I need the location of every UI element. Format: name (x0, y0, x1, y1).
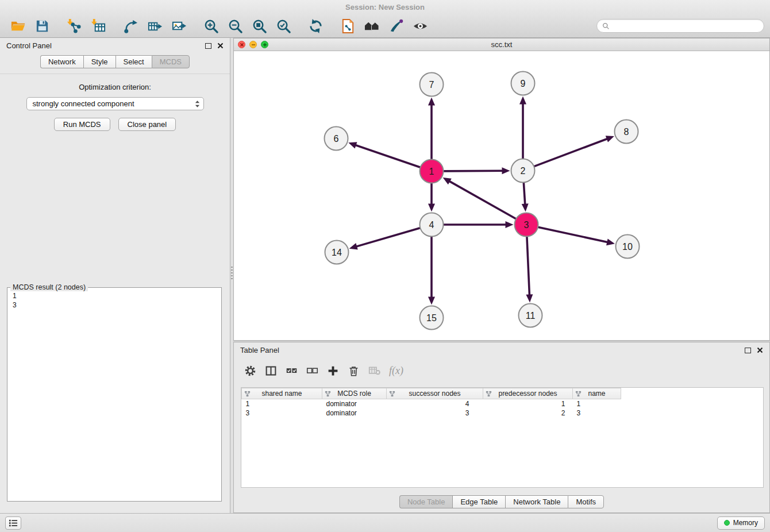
function-builder-button[interactable]: f(x) (389, 363, 403, 378)
graph-node-label: 10 (622, 242, 633, 252)
control-panel: Control Panel Network Style Select MCDS … (0, 38, 230, 513)
optimization-criterion-select[interactable]: strongly connected component (26, 97, 204, 110)
tab-style[interactable]: Style (83, 55, 116, 68)
graph-edge-2-3[interactable] (523, 183, 525, 205)
network-document-button[interactable] (336, 15, 360, 37)
graph-edge-arrowhead (606, 136, 614, 142)
graph-edge-3-10[interactable] (538, 228, 608, 242)
trash-icon (348, 365, 360, 377)
refresh-layout-button[interactable] (303, 15, 328, 37)
optimization-criterion-value: strongly connected component (33, 99, 134, 108)
graph-node-label: 7 (429, 80, 434, 90)
search-input[interactable] (613, 22, 759, 30)
tab-motifs[interactable]: Motifs (568, 495, 604, 508)
table-settings-button[interactable] (244, 363, 256, 378)
splitter-grip (231, 267, 233, 279)
column-header-successor-nodes[interactable]: successor nodes (387, 388, 483, 399)
float-panel-icon[interactable] (745, 348, 751, 353)
main-toolbar (0, 14, 770, 38)
delete-table-button[interactable] (368, 363, 380, 378)
graph-node-label: 6 (334, 134, 339, 144)
task-history-button[interactable] (5, 516, 21, 530)
import-table-icon (91, 18, 106, 34)
add-column-button[interactable] (327, 363, 339, 378)
tab-edge-table[interactable]: Edge Table (452, 495, 505, 508)
tab-mcds[interactable]: MCDS (152, 55, 190, 68)
split-columns-icon (265, 365, 277, 377)
float-panel-icon[interactable] (205, 43, 211, 49)
save-icon (34, 18, 50, 34)
mcds-result-value: 1 (7, 291, 221, 300)
graphics-details-button[interactable] (408, 15, 432, 37)
attribute-type-icon (486, 391, 492, 397)
table-row[interactable]: 1 dominator 4 1 1 (242, 399, 621, 409)
memory-status-dot (724, 520, 730, 526)
open-session-button[interactable] (6, 15, 30, 37)
delete-column-button[interactable] (348, 363, 360, 378)
table-row[interactable]: 3 dominator 3 2 3 (242, 408, 621, 418)
tab-network-table[interactable]: Network Table (505, 495, 568, 508)
zoom-fit-button[interactable] (247, 15, 271, 37)
graph-edge-1-2[interactable] (444, 171, 503, 171)
import-table-button[interactable] (86, 15, 110, 37)
toolbar-separator (328, 26, 336, 26)
mcds-result-title: MCDS result (2 nodes) (10, 283, 88, 291)
add-icon (327, 365, 339, 377)
zoom-in-button[interactable] (199, 15, 223, 37)
graph-edge-arrowhead (348, 142, 357, 148)
maximize-window-icon[interactable] (261, 41, 268, 48)
style-brush-icon (388, 18, 404, 34)
table-panel-tabs: Node Table Edge Table Network Table Moti… (234, 495, 769, 508)
deselect-all-button[interactable] (306, 363, 318, 378)
toolbar-separator (191, 26, 199, 26)
graph-node-label: 9 (521, 79, 526, 88)
eye-icon (413, 18, 428, 34)
save-session-button[interactable] (30, 15, 54, 37)
graph-edge-2-8[interactable] (534, 138, 608, 166)
close-panel-icon[interactable] (217, 43, 224, 49)
style-button[interactable] (384, 15, 408, 37)
export-table-icon (147, 18, 163, 34)
import-network-button[interactable] (62, 15, 86, 37)
tab-network[interactable]: Network (40, 55, 83, 68)
application-window: Session: New Session (0, 0, 770, 532)
close-panel-button[interactable]: Close panel (118, 118, 176, 131)
close-panel-icon[interactable] (757, 347, 763, 353)
graph-edge-1-6[interactable] (355, 145, 420, 167)
network-canvas[interactable]: 7968124314101511 (234, 51, 769, 340)
home-button[interactable] (360, 15, 384, 37)
graph-node-label: 15 (426, 313, 437, 323)
control-panel-header: Control Panel (0, 38, 230, 53)
tab-select[interactable]: Select (116, 55, 152, 68)
graph-edge-3-1[interactable] (449, 181, 515, 219)
show-columns-button[interactable] (265, 363, 277, 378)
export-network-button[interactable] (118, 15, 143, 37)
export-table-button[interactable] (143, 15, 167, 37)
column-header-mcds-role[interactable]: MCDS role (322, 388, 387, 399)
graph-edge-arrowhead (506, 221, 514, 228)
column-header-name[interactable]: name (573, 388, 621, 399)
network-window-title: scc.txt (234, 40, 769, 49)
graph-edge-arrowhead (522, 203, 529, 211)
list-icon (8, 519, 18, 527)
zoom-out-button[interactable] (223, 15, 247, 37)
zoom-selected-button[interactable] (271, 15, 295, 37)
run-mcds-button[interactable]: Run MCDS (54, 118, 110, 131)
mcds-result-box: MCDS result (2 nodes) 1 3 (7, 283, 222, 502)
network-window-titlebar: scc.txt (234, 38, 769, 51)
tab-node-table[interactable]: Node Table (399, 495, 453, 508)
column-header-shared-name[interactable]: shared name (242, 388, 322, 399)
select-all-button[interactable] (286, 363, 298, 378)
table-panel-title: Table Panel (240, 346, 279, 354)
graph-edge-4-14[interactable] (356, 228, 419, 246)
network-graph: 7968124314101511 (234, 51, 769, 340)
search-box[interactable] (596, 19, 764, 33)
export-image-button[interactable] (167, 15, 191, 37)
minimize-window-icon[interactable] (249, 41, 257, 48)
memory-button[interactable]: Memory (717, 516, 765, 530)
column-header-predecessor-nodes[interactable]: predecessor nodes (483, 388, 573, 399)
gear-icon (244, 365, 256, 377)
close-window-icon[interactable] (238, 41, 245, 48)
zoom-selected-icon (276, 18, 291, 34)
graph-edge-3-11[interactable] (527, 237, 530, 295)
